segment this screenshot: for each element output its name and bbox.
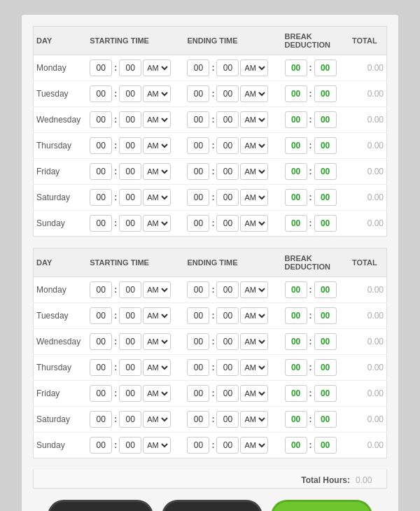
break-hour-input[interactable] [285, 307, 307, 324]
end-min-input[interactable] [216, 333, 239, 350]
print-button[interactable]: PRINT THIS [271, 500, 372, 511]
start-hour-input[interactable] [90, 359, 112, 376]
start-hour-input[interactable] [90, 385, 112, 402]
end-hour-input[interactable] [187, 411, 209, 428]
end-ampm-select[interactable]: AMPM [240, 215, 268, 232]
break-hour-input[interactable] [285, 215, 307, 232]
start-ampm-select[interactable]: AMPM [143, 333, 171, 350]
calculate-button[interactable]: CALCULATE [48, 500, 153, 511]
start-min-input[interactable] [119, 189, 141, 206]
end-ampm-select[interactable]: AMPM [240, 385, 268, 402]
start-min-input[interactable] [119, 359, 141, 376]
start-min-input[interactable] [119, 333, 141, 350]
end-hour-input[interactable] [187, 85, 209, 102]
end-ampm-select[interactable]: AMPM [240, 137, 268, 154]
start-hour-input[interactable] [90, 189, 112, 206]
end-min-input[interactable] [216, 59, 239, 76]
start-hour-input[interactable] [90, 411, 112, 428]
end-hour-input[interactable] [187, 437, 209, 454]
break-hour-input[interactable] [285, 189, 307, 206]
start-ampm-select[interactable]: AMPM [143, 307, 171, 324]
break-min-input[interactable] [314, 137, 337, 154]
end-hour-input[interactable] [187, 307, 209, 324]
break-hour-input[interactable] [285, 85, 307, 102]
end-min-input[interactable] [216, 163, 239, 180]
break-hour-input[interactable] [285, 385, 307, 402]
break-min-input[interactable] [314, 111, 337, 128]
end-ampm-select[interactable]: AMPM [240, 85, 268, 102]
start-hour-input[interactable] [90, 215, 112, 232]
start-hour-input[interactable] [90, 333, 112, 350]
start-hour-input[interactable] [90, 437, 112, 454]
start-ampm-select[interactable]: AMPM [143, 85, 171, 102]
end-ampm-select[interactable]: AMPM [240, 59, 268, 76]
end-hour-input[interactable] [187, 333, 209, 350]
break-min-input[interactable] [314, 359, 337, 376]
break-min-input[interactable] [314, 281, 337, 298]
break-hour-input[interactable] [285, 359, 307, 376]
end-min-input[interactable] [216, 437, 239, 454]
break-hour-input[interactable] [285, 137, 307, 154]
break-hour-input[interactable] [285, 163, 307, 180]
break-min-input[interactable] [314, 59, 337, 76]
reset-button[interactable]: RESET ALL [162, 500, 262, 511]
end-hour-input[interactable] [187, 59, 209, 76]
start-ampm-select[interactable]: AMPM [143, 359, 171, 376]
end-ampm-select[interactable]: AMPM [240, 163, 268, 180]
start-min-input[interactable] [119, 111, 141, 128]
start-ampm-select[interactable]: AMPM [143, 163, 171, 180]
start-min-input[interactable] [119, 281, 141, 298]
end-ampm-select[interactable]: AMPM [240, 333, 268, 350]
start-hour-input[interactable] [90, 307, 112, 324]
start-ampm-select[interactable]: AMPM [143, 189, 171, 206]
end-hour-input[interactable] [187, 215, 209, 232]
break-min-input[interactable] [314, 85, 337, 102]
break-min-input[interactable] [314, 385, 337, 402]
end-ampm-select[interactable]: AMPM [240, 281, 268, 298]
end-hour-input[interactable] [187, 189, 209, 206]
break-min-input[interactable] [314, 333, 337, 350]
start-min-input[interactable] [119, 437, 141, 454]
break-min-input[interactable] [314, 163, 337, 180]
end-min-input[interactable] [216, 189, 239, 206]
start-min-input[interactable] [119, 137, 141, 154]
break-hour-input[interactable] [285, 59, 307, 76]
start-hour-input[interactable] [90, 281, 112, 298]
start-ampm-select[interactable]: AMPM [143, 215, 171, 232]
end-hour-input[interactable] [187, 359, 209, 376]
break-hour-input[interactable] [285, 333, 307, 350]
end-hour-input[interactable] [187, 111, 209, 128]
end-min-input[interactable] [216, 307, 239, 324]
start-min-input[interactable] [119, 85, 141, 102]
start-min-input[interactable] [119, 163, 141, 180]
break-min-input[interactable] [314, 437, 337, 454]
end-hour-input[interactable] [187, 281, 209, 298]
start-hour-input[interactable] [90, 59, 112, 76]
end-min-input[interactable] [216, 137, 239, 154]
end-min-input[interactable] [216, 385, 239, 402]
end-min-input[interactable] [216, 215, 239, 232]
start-hour-input[interactable] [90, 111, 112, 128]
end-min-input[interactable] [216, 281, 239, 298]
end-hour-input[interactable] [187, 137, 209, 154]
start-hour-input[interactable] [90, 163, 112, 180]
break-hour-input[interactable] [285, 111, 307, 128]
start-min-input[interactable] [119, 215, 141, 232]
start-min-input[interactable] [119, 59, 141, 76]
start-hour-input[interactable] [90, 85, 112, 102]
end-ampm-select[interactable]: AMPM [240, 189, 268, 206]
break-hour-input[interactable] [285, 437, 307, 454]
end-ampm-select[interactable]: AMPM [240, 111, 268, 128]
end-ampm-select[interactable]: AMPM [240, 307, 268, 324]
end-ampm-select[interactable]: AMPM [240, 411, 268, 428]
break-min-input[interactable] [314, 215, 337, 232]
start-ampm-select[interactable]: AMPM [143, 411, 171, 428]
start-ampm-select[interactable]: AMPM [143, 385, 171, 402]
end-hour-input[interactable] [187, 385, 209, 402]
break-hour-input[interactable] [285, 411, 307, 428]
start-hour-input[interactable] [90, 137, 112, 154]
start-min-input[interactable] [119, 307, 141, 324]
end-ampm-select[interactable]: AMPM [240, 359, 268, 376]
end-min-input[interactable] [216, 111, 239, 128]
break-min-input[interactable] [314, 189, 337, 206]
